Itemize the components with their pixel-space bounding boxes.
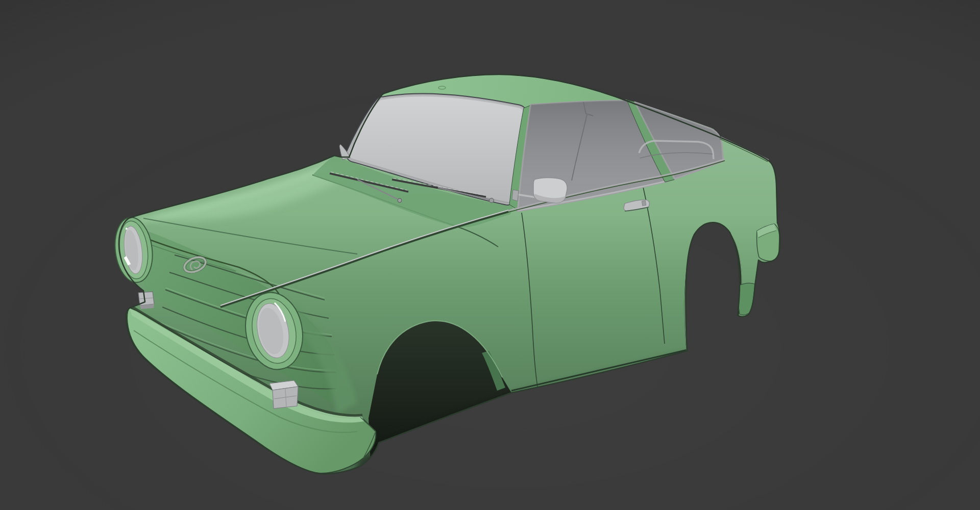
viewport-3d[interactable] bbox=[0, 0, 980, 510]
turn-signal-left bbox=[138, 292, 154, 309]
turn-signal-right bbox=[270, 380, 298, 409]
rear-bumper bbox=[757, 224, 779, 261]
mirror-base bbox=[512, 190, 519, 201]
